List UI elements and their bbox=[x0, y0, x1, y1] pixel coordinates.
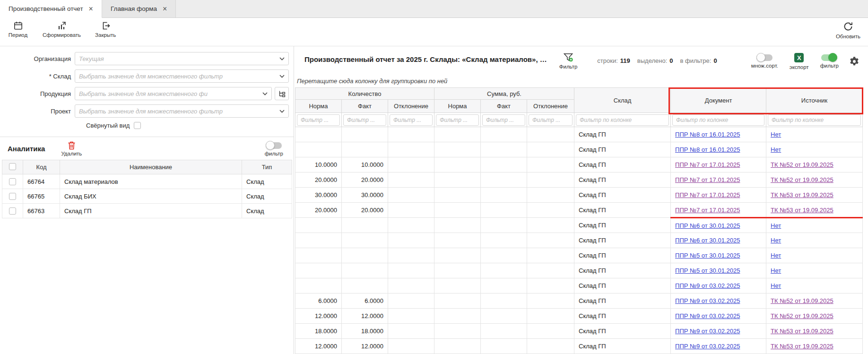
column-header-code[interactable]: Код bbox=[23, 160, 60, 174]
report-row[interactable]: 20.000020.0000Склад ГПППР №7 от 17.01.20… bbox=[295, 173, 863, 188]
report-row[interactable]: 30.000030.0000Склад ГПППР №7 от 17.01.20… bbox=[295, 188, 863, 203]
warehouse-input[interactable] bbox=[79, 73, 277, 80]
column-header-type[interactable]: Тип bbox=[242, 160, 292, 174]
column-header-6[interactable]: Склад bbox=[574, 88, 671, 113]
row-checkbox[interactable] bbox=[9, 193, 16, 200]
column-filter-input[interactable] bbox=[436, 114, 479, 126]
close-button[interactable]: Закрыть bbox=[95, 21, 116, 38]
document-link[interactable]: ППР №9 от 03.02.2025 bbox=[675, 328, 740, 335]
document-link[interactable]: ППР №7 от 17.01.2025 bbox=[675, 191, 740, 199]
source-link[interactable]: ТК №52 от 19.09.2025 bbox=[771, 161, 833, 168]
organization-select[interactable] bbox=[75, 52, 289, 65]
product-tree-button[interactable] bbox=[275, 87, 289, 100]
source-link[interactable]: ТК №53 от 19.09.2025 bbox=[771, 343, 833, 350]
analytics-row[interactable]: 66765Склад БИХСклад bbox=[2, 189, 292, 204]
source-link[interactable]: Нет bbox=[771, 146, 781, 153]
column-filter-input[interactable] bbox=[576, 114, 669, 126]
column-filter-input[interactable] bbox=[672, 114, 764, 126]
toggle-off-icon[interactable] bbox=[756, 54, 773, 61]
document-link[interactable]: ППР №5 от 30.01.2025 bbox=[675, 267, 740, 274]
gear-icon[interactable] bbox=[849, 53, 859, 67]
export-button[interactable]: X экспорт bbox=[790, 53, 809, 70]
tab-production-report[interactable]: Производственный отчет × bbox=[0, 0, 102, 18]
toggle-off-icon[interactable] bbox=[266, 142, 282, 149]
report-row[interactable]: Склад ГПППР №8 от 16.01.2025Нет bbox=[295, 142, 863, 157]
document-link[interactable]: ППР №7 от 17.01.2025 bbox=[675, 176, 740, 183]
source-link[interactable]: Нет bbox=[771, 237, 781, 244]
row-checkbox[interactable] bbox=[9, 178, 16, 185]
document-link[interactable]: ППР №7 от 17.01.2025 bbox=[675, 207, 740, 214]
report-row[interactable]: Склад ГПППР №5 от 30.01.2025Нет bbox=[295, 248, 863, 263]
document-link[interactable]: ППР №9 от 03.02.2025 bbox=[675, 297, 740, 304]
project-select[interactable] bbox=[75, 104, 289, 118]
chevron-down-icon[interactable] bbox=[279, 110, 285, 113]
toggle-on-icon[interactable] bbox=[821, 54, 837, 61]
column-filter-input[interactable] bbox=[529, 114, 573, 126]
column-filter-input[interactable] bbox=[482, 114, 525, 126]
source-link[interactable]: ТК №53 от 19.09.2025 bbox=[771, 191, 833, 199]
report-row[interactable]: Склад ГПППР №9 от 03.02.2025Нет bbox=[295, 278, 863, 294]
tab-main-form[interactable]: Главная форма × bbox=[102, 0, 176, 17]
source-link[interactable]: ТК №52 от 19.09.2025 bbox=[771, 312, 833, 319]
document-link[interactable]: ППР №9 от 03.02.2025 bbox=[675, 282, 740, 289]
column-header-7[interactable]: Документ bbox=[671, 88, 766, 113]
source-link[interactable]: ТК №53 от 19.09.2025 bbox=[771, 328, 833, 335]
collapsed-view-checkbox[interactable] bbox=[134, 122, 141, 129]
column-header-5[interactable]: Отклонение bbox=[527, 100, 574, 113]
column-header-8[interactable]: Источник bbox=[766, 88, 863, 113]
column-filter-input[interactable] bbox=[390, 114, 433, 126]
group-by-drop-zone[interactable]: Перетащите сюда колонку для группировки … bbox=[297, 78, 868, 85]
report-row[interactable]: 18.000018.0000Склад ГПППР №9 от 03.02.20… bbox=[295, 324, 863, 339]
multisort-toggle[interactable]: множ.сорт. bbox=[751, 53, 778, 69]
report-row[interactable]: 12.000012.0000Склад ГПППР №9 от 03.02.20… bbox=[295, 339, 863, 354]
delete-button[interactable]: Удалить bbox=[61, 141, 82, 156]
report-row[interactable]: Склад ГПППР №6 от 30.01.2025Нет bbox=[295, 218, 863, 233]
tab-close-icon[interactable]: × bbox=[163, 5, 167, 13]
report-filter-toggle[interactable]: фильтр bbox=[820, 53, 839, 69]
column-header-name[interactable]: Наименование bbox=[60, 160, 242, 174]
document-link[interactable]: ППР №6 от 30.01.2025 bbox=[675, 222, 740, 229]
source-link[interactable]: ТК №52 от 19.09.2025 bbox=[771, 297, 833, 304]
document-link[interactable]: ППР №9 от 03.02.2025 bbox=[675, 312, 740, 319]
column-header-3[interactable]: Норма bbox=[434, 100, 481, 113]
period-button[interactable]: Период bbox=[8, 21, 28, 38]
product-select[interactable] bbox=[75, 87, 272, 100]
report-row[interactable]: 20.000020.0000Склад ГПППР №7 от 17.01.20… bbox=[295, 203, 863, 218]
report-row[interactable]: 6.00006.0000Склад ГПППР №9 от 03.02.2025… bbox=[295, 294, 863, 309]
report-row[interactable]: Склад ГПППР №6 от 30.01.2025Нет bbox=[295, 233, 863, 248]
column-header-2[interactable]: Отклонение bbox=[388, 100, 434, 113]
product-input[interactable] bbox=[79, 90, 260, 97]
column-filter-input[interactable] bbox=[297, 114, 340, 126]
chevron-down-icon[interactable] bbox=[279, 75, 285, 78]
source-link[interactable]: Нет bbox=[771, 252, 781, 259]
filter-button[interactable]: Фильтр bbox=[559, 53, 578, 69]
chevron-down-icon[interactable] bbox=[262, 92, 268, 95]
document-link[interactable]: ППР №5 от 30.01.2025 bbox=[675, 252, 740, 259]
report-row[interactable]: Склад ГПППР №5 от 30.01.2025Нет bbox=[295, 263, 863, 278]
source-link[interactable]: Нет bbox=[771, 131, 781, 138]
document-link[interactable]: ППР №7 от 17.01.2025 bbox=[675, 161, 740, 168]
row-checkbox[interactable] bbox=[9, 207, 16, 215]
source-link[interactable]: ТК №53 от 19.09.2025 bbox=[771, 207, 833, 214]
generate-button[interactable]: Сформировать bbox=[43, 21, 81, 38]
organization-input[interactable] bbox=[79, 55, 277, 62]
column-header-0[interactable]: Норма bbox=[295, 100, 342, 113]
analytics-filter-toggle[interactable]: фильтр bbox=[265, 141, 283, 156]
source-link[interactable]: Нет bbox=[771, 222, 781, 229]
report-row[interactable]: 12.000012.0000Склад ГПППР №9 от 03.02.20… bbox=[295, 309, 863, 324]
chevron-down-icon[interactable] bbox=[279, 57, 285, 60]
column-filter-input[interactable] bbox=[343, 114, 386, 126]
report-row[interactable]: 10.000010.0000Склад ГПППР №7 от 17.01.20… bbox=[295, 157, 863, 173]
source-link[interactable]: Нет bbox=[771, 282, 781, 289]
warehouse-select[interactable] bbox=[75, 69, 289, 83]
document-link[interactable]: ППР №9 от 03.02.2025 bbox=[675, 343, 740, 350]
tab-close-icon[interactable]: × bbox=[89, 5, 93, 13]
select-all-checkbox[interactable] bbox=[9, 163, 16, 170]
refresh-button[interactable]: Обновить bbox=[836, 21, 860, 39]
source-link[interactable]: ТК №52 от 19.09.2025 bbox=[771, 176, 833, 183]
source-link[interactable]: Нет bbox=[771, 267, 781, 274]
column-header-4[interactable]: Факт bbox=[481, 100, 527, 113]
analytics-row[interactable]: 66764Склад материаловСклад bbox=[2, 174, 292, 189]
project-input[interactable] bbox=[79, 108, 277, 115]
document-link[interactable]: ППР №8 от 16.01.2025 bbox=[675, 131, 740, 138]
